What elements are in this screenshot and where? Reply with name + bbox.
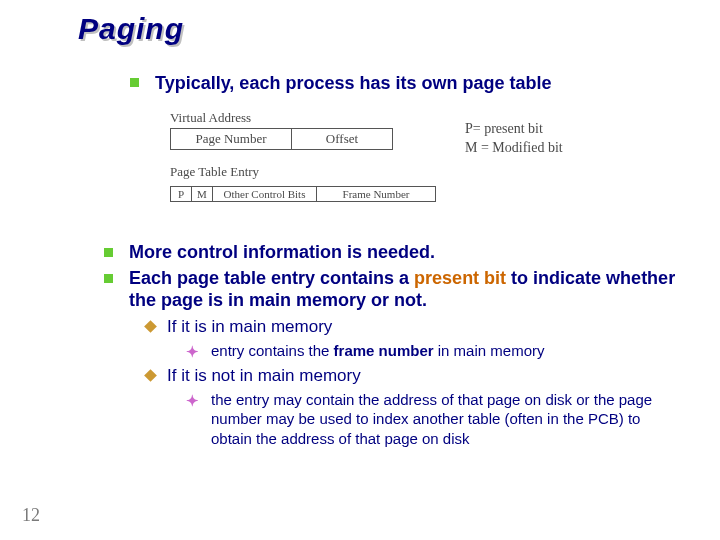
sub-bullet-not-in-memory-text: If it is not in main memory: [167, 365, 361, 386]
bullet-present-bit-text: Each page table entry contains a present…: [129, 268, 684, 312]
bullet-top: Typically, each process has its own page…: [130, 72, 680, 95]
subsub-bullet-disk-address: ✦ the entry may contain the address of t…: [186, 390, 684, 449]
pte-cell-frame: Frame Number: [317, 187, 436, 202]
diagram-legend: P= present bit M = Modified bit: [465, 120, 563, 158]
b2-pre: Each page table entry contains a: [129, 268, 414, 288]
subsub-disk-text: the entry may contain the address of tha…: [211, 390, 684, 449]
legend-p: P= present bit: [465, 120, 563, 139]
pte-cell-m: M: [192, 187, 213, 202]
bullet-top-row: Typically, each process has its own page…: [130, 72, 680, 95]
sub-bullet-in-memory-text: If it is in main memory: [167, 316, 332, 337]
s2a-bold: frame number: [334, 342, 434, 359]
slide: Paging Typically, each process has its o…: [0, 0, 720, 540]
va-cell-page-number: Page Number: [171, 129, 292, 150]
s2a-post: in main memory: [434, 342, 545, 359]
slide-title: Paging: [78, 12, 184, 46]
bullet-top-text: Typically, each process has its own page…: [155, 72, 551, 95]
pte-cell-ocb: Other Control Bits: [213, 187, 317, 202]
subsub-bullet-frame-number: ✦ entry contains the frame number in mai…: [186, 341, 684, 361]
legend-m: M = Modified bit: [465, 139, 563, 158]
va-cell-offset: Offset: [292, 129, 393, 150]
pte-cell-p: P: [171, 187, 192, 202]
diamond-bullet-icon: [144, 369, 157, 382]
pte-table: P M Other Control Bits Frame Number: [170, 186, 436, 202]
page-number: 12: [22, 505, 40, 526]
square-bullet-icon: [104, 274, 113, 283]
square-bullet-icon: [130, 78, 139, 87]
bullet-more-control: More control information is needed.: [104, 242, 684, 264]
arrow-bullet-icon: ✦: [186, 393, 199, 408]
arrow-bullet-icon: ✦: [186, 344, 199, 359]
subsub-frame-text: entry contains the frame number in main …: [211, 341, 544, 361]
b2-accent: present bit: [414, 268, 506, 288]
pte-caption: Page Table Entry: [170, 164, 590, 180]
va-table: Page Number Offset: [170, 128, 393, 150]
bullet-present-bit: Each page table entry contains a present…: [104, 268, 684, 312]
bullet-more-control-text: More control information is needed.: [129, 242, 435, 264]
body-bullets: More control information is needed. Each…: [104, 242, 684, 452]
sub-bullet-not-in-memory: If it is not in main memory: [146, 365, 684, 386]
s2a-pre: entry contains the: [211, 342, 334, 359]
square-bullet-icon: [104, 248, 113, 257]
diamond-bullet-icon: [144, 320, 157, 333]
sub-bullet-in-memory: If it is in main memory: [146, 316, 684, 337]
